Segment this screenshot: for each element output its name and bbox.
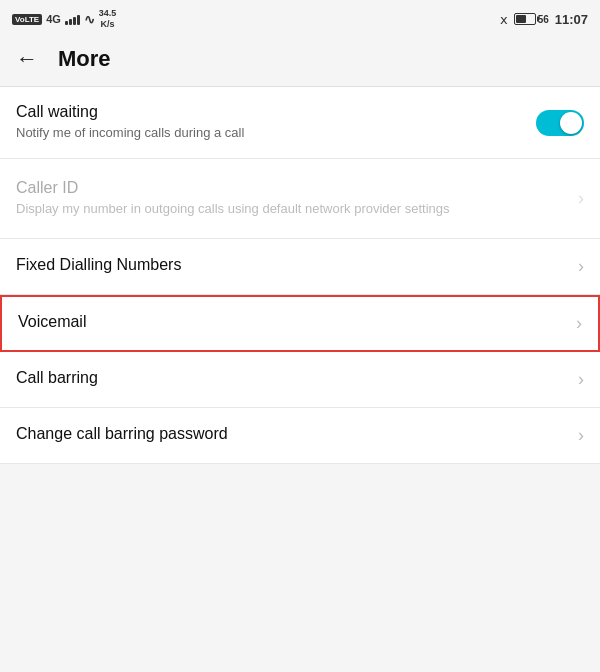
settings-list: Call waiting Notify me of incoming calls… — [0, 87, 600, 464]
battery-icon — [514, 13, 536, 25]
speed-text: 34.5K/s — [99, 8, 117, 30]
call-waiting-title: Call waiting — [16, 103, 536, 121]
signal-bar-3 — [73, 17, 76, 25]
setting-text-voicemail: Voicemail — [18, 313, 568, 334]
setting-text-call-waiting: Call waiting Notify me of incoming calls… — [16, 103, 536, 142]
setting-item-voicemail[interactable]: Voicemail › — [0, 295, 600, 352]
signal-bars — [65, 13, 80, 25]
call-barring-chevron: › — [578, 369, 584, 390]
setting-text-caller-id: Caller ID Display my number in outgoing … — [16, 179, 570, 218]
setting-text-call-barring: Call barring — [16, 369, 570, 390]
status-left: VoLTE 4G ∿ 34.5K/s — [12, 8, 116, 30]
call-waiting-toggle[interactable] — [536, 110, 584, 136]
network-type: 4G — [46, 13, 61, 25]
status-right: ⅹ 56 11:07 — [500, 12, 588, 27]
change-barring-password-chevron: › — [578, 425, 584, 446]
bluetooth-icon: ⅹ — [500, 12, 508, 27]
battery-fill — [516, 15, 527, 23]
signal-bar-1 — [65, 21, 68, 25]
setting-item-call-barring[interactable]: Call barring › — [0, 352, 600, 408]
header: ← More — [0, 36, 600, 87]
fixed-dialling-chevron: › — [578, 256, 584, 277]
caller-id-subtitle: Display my number in outgoing calls usin… — [16, 200, 496, 218]
setting-text-fixed-dialling: Fixed Dialling Numbers — [16, 256, 570, 277]
setting-item-caller-id[interactable]: Caller ID Display my number in outgoing … — [0, 159, 600, 239]
voicemail-chevron: › — [576, 313, 582, 334]
fixed-dialling-title: Fixed Dialling Numbers — [16, 256, 570, 274]
page-title: More — [58, 46, 111, 72]
battery-level: 56 — [538, 14, 549, 25]
signal-bar-4 — [77, 15, 80, 25]
battery-container: 56 — [514, 13, 549, 25]
signal-bar-2 — [69, 19, 72, 25]
setting-item-call-waiting[interactable]: Call waiting Notify me of incoming calls… — [0, 87, 600, 159]
caller-id-chevron: › — [578, 188, 584, 209]
caller-id-title: Caller ID — [16, 179, 570, 197]
time: 11:07 — [555, 12, 588, 27]
setting-item-fixed-dialling[interactable]: Fixed Dialling Numbers › — [0, 239, 600, 295]
call-barring-title: Call barring — [16, 369, 570, 387]
toggle-knob — [560, 112, 582, 134]
change-barring-password-title: Change call barring password — [16, 425, 570, 443]
voicemail-title: Voicemail — [18, 313, 568, 331]
setting-item-change-barring-password[interactable]: Change call barring password › — [0, 408, 600, 464]
setting-text-change-barring-password: Change call barring password — [16, 425, 570, 446]
call-waiting-subtitle: Notify me of incoming calls during a cal… — [16, 124, 496, 142]
wifi-icon: ∿ — [84, 12, 95, 27]
status-bar: VoLTE 4G ∿ 34.5K/s ⅹ 56 11:07 — [0, 0, 600, 36]
back-button[interactable]: ← — [16, 46, 38, 72]
volte-badge: VoLTE — [12, 14, 42, 25]
